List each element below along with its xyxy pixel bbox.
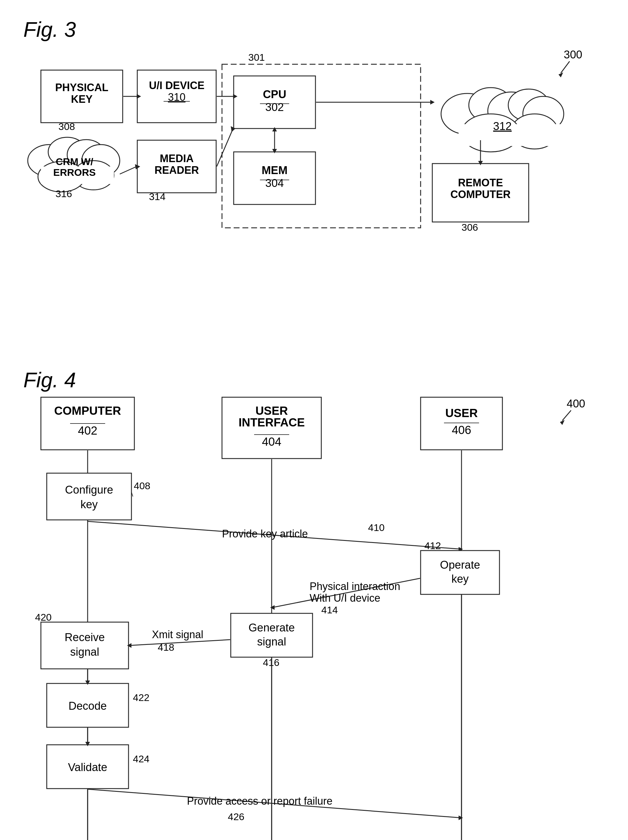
- svg-text:300: 300: [564, 49, 582, 61]
- svg-line-107: [129, 639, 230, 646]
- svg-text:key: key: [451, 573, 469, 585]
- svg-text:ERRORS: ERRORS: [53, 167, 96, 178]
- svg-text:402: 402: [78, 424, 98, 437]
- svg-text:418: 418: [158, 642, 174, 653]
- svg-text:CRM W/: CRM W/: [56, 156, 93, 167]
- svg-line-50: [120, 166, 137, 174]
- fig3-diagram: 300 301 PHYSICAL KEY 308 U/I DEVICE 310 …: [24, 41, 607, 327]
- svg-text:Receive: Receive: [65, 631, 104, 643]
- svg-text:400: 400: [566, 398, 585, 410]
- svg-text:412: 412: [424, 540, 441, 551]
- svg-marker-60: [430, 100, 435, 104]
- svg-marker-1: [559, 73, 563, 77]
- svg-text:424: 424: [133, 753, 150, 764]
- svg-rect-103: [41, 622, 128, 669]
- svg-text:316: 316: [55, 188, 72, 199]
- fig3-section: Fig. 3 300 301 PHYSICAL KEY 308 U/I DEVI…: [24, 17, 604, 339]
- svg-text:406: 406: [452, 423, 472, 436]
- svg-rect-99: [231, 613, 312, 657]
- svg-text:410: 410: [368, 522, 385, 533]
- svg-text:308: 308: [58, 121, 75, 132]
- svg-text:READER: READER: [155, 164, 199, 176]
- svg-text:Provide key article: Provide key article: [222, 528, 308, 540]
- fig4-section: Fig. 4 400 COMPUTER 402 USER INTERFACE 4…: [24, 368, 604, 840]
- svg-text:416: 416: [263, 657, 279, 668]
- svg-text:Xmit signal: Xmit signal: [152, 628, 203, 641]
- svg-text:signal: signal: [70, 646, 99, 658]
- svg-line-54: [217, 128, 233, 166]
- fig3-title: Fig. 3: [24, 17, 604, 41]
- svg-text:U/I DEVICE: U/I DEVICE: [149, 79, 205, 92]
- svg-text:Operate: Operate: [440, 559, 480, 571]
- fig4-title: Fig. 4: [24, 368, 604, 392]
- svg-text:CPU: CPU: [263, 88, 286, 101]
- svg-text:MEDIA: MEDIA: [160, 152, 194, 164]
- svg-text:408: 408: [134, 480, 150, 491]
- svg-text:USER: USER: [255, 404, 288, 417]
- svg-text:REMOTE: REMOTE: [458, 177, 503, 189]
- svg-rect-90: [421, 551, 500, 594]
- svg-text:With U/I device: With U/I device: [309, 592, 380, 604]
- svg-marker-122: [459, 815, 463, 820]
- svg-text:KEY: KEY: [71, 93, 93, 105]
- svg-text:Validate: Validate: [68, 761, 107, 774]
- svg-text:PHYSICAL: PHYSICAL: [55, 82, 108, 93]
- svg-text:304: 304: [265, 177, 284, 189]
- svg-marker-64: [560, 420, 565, 425]
- svg-text:314: 314: [149, 191, 166, 202]
- svg-text:422: 422: [133, 692, 150, 703]
- svg-text:Decode: Decode: [69, 700, 107, 712]
- fig4-diagram: 400 COMPUTER 402 USER INTERFACE 404 USER…: [24, 392, 607, 840]
- svg-text:Physical interaction: Physical interaction: [309, 580, 400, 592]
- svg-text:INTERFACE: INTERFACE: [239, 416, 305, 429]
- svg-text:signal: signal: [257, 636, 286, 648]
- svg-text:306: 306: [461, 222, 478, 233]
- svg-text:414: 414: [321, 604, 338, 616]
- page: Fig. 3 300 301 PHYSICAL KEY 308 U/I DEVI…: [0, 0, 628, 840]
- svg-text:420: 420: [35, 612, 52, 623]
- svg-text:Provide access or report failu: Provide access or report failure: [187, 795, 332, 807]
- svg-text:301: 301: [248, 52, 265, 63]
- svg-text:Configure: Configure: [65, 484, 113, 496]
- svg-text:302: 302: [265, 101, 284, 113]
- svg-text:COMPUTER: COMPUTER: [54, 404, 121, 417]
- svg-text:Generate: Generate: [249, 622, 295, 634]
- svg-text:404: 404: [262, 435, 282, 448]
- svg-text:COMPUTER: COMPUTER: [450, 188, 511, 201]
- svg-text:MEM: MEM: [262, 164, 288, 177]
- svg-rect-81: [47, 473, 131, 520]
- svg-text:key: key: [80, 498, 98, 510]
- svg-marker-95: [270, 605, 275, 610]
- svg-text:USER: USER: [445, 407, 478, 419]
- svg-text:312: 312: [493, 120, 511, 132]
- svg-text:426: 426: [228, 811, 245, 822]
